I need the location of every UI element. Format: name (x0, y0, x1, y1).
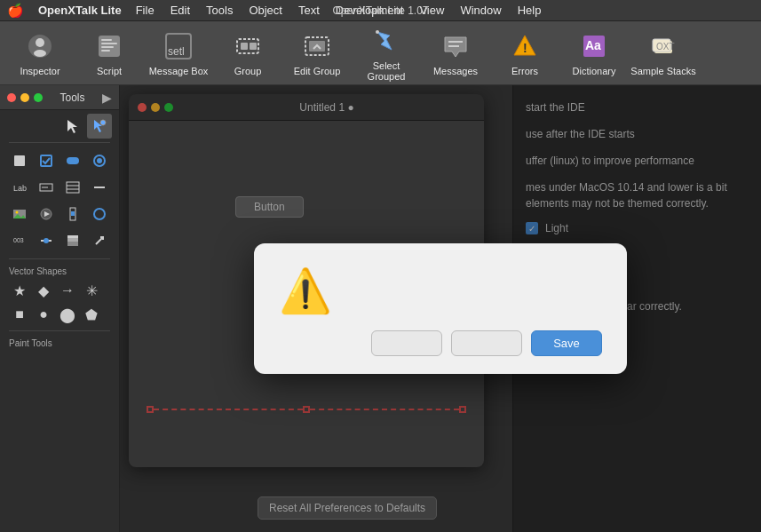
script-button[interactable]: Script (76, 25, 142, 82)
svg-rect-23 (14, 155, 25, 166)
errors-button[interactable]: ! Errors (492, 25, 558, 82)
svg-point-27 (97, 158, 102, 163)
tools-divider-2 (9, 258, 110, 259)
traffic-lights (7, 93, 43, 102)
vector-shapes-label: Vector Shapes (4, 263, 115, 278)
group-button[interactable]: Group (215, 25, 281, 82)
errors-icon: ! (509, 30, 541, 62)
warning-icon: ⚠️ (279, 270, 332, 313)
maximize-window-dot[interactable] (34, 93, 43, 102)
asterisk-shape[interactable]: ✳ (81, 280, 102, 301)
pointer-tool[interactable] (60, 114, 85, 139)
round-rect-tool[interactable] (60, 148, 85, 173)
edit-group-icon (301, 30, 333, 62)
arrow-shape[interactable]: → (57, 280, 78, 301)
field-tool[interactable] (34, 175, 59, 200)
label-tool[interactable]: Label (7, 175, 32, 200)
svg-point-43 (44, 238, 49, 243)
modal-body: ⚠️ (279, 268, 602, 313)
svg-point-15 (376, 30, 379, 34)
svg-rect-31 (67, 182, 79, 193)
edit-group-label: Edit Group (294, 66, 341, 76)
svg-rect-5 (101, 43, 117, 44)
tools-divider-3 (9, 330, 110, 331)
slider-tool[interactable] (34, 228, 59, 253)
minimize-window-dot[interactable] (20, 93, 29, 102)
arrow-tool[interactable] (87, 228, 112, 253)
graphic-tool[interactable] (87, 202, 112, 226)
svg-rect-6 (101, 46, 114, 48)
inspector-label: Inspector (20, 66, 59, 76)
messages-label: Messages (433, 66, 478, 76)
svg-rect-4 (101, 39, 112, 41)
list-tool[interactable] (60, 175, 85, 200)
tools-panel-title: Tools (59, 91, 84, 104)
modal-cancel-button-1[interactable] (371, 330, 442, 356)
edit-group-button[interactable]: Edit Group (284, 25, 350, 82)
progress-tool[interactable]: 003 (7, 228, 32, 253)
tools-panel-header: Tools ▶ (0, 85, 119, 110)
select-grouped-label: Select Grouped (353, 60, 419, 82)
group-label: Group (234, 66, 262, 76)
checkbox-tool[interactable] (34, 148, 59, 173)
diamond-shape[interactable]: ◆ (33, 280, 54, 301)
app-name[interactable]: OpenXTalk Lite (38, 4, 122, 17)
svg-text:OXT: OXT (656, 42, 675, 52)
inspector-icon (24, 30, 56, 62)
ellipse-shape[interactable]: ⬤ (57, 304, 78, 325)
image-tool[interactable] (7, 202, 32, 226)
menu-edit[interactable]: Edit (169, 4, 192, 17)
apple-menu[interactable]: 🍎 (7, 3, 24, 19)
inspector-button[interactable]: Inspector (7, 25, 73, 82)
menu-file[interactable]: File (134, 4, 156, 17)
star-shape[interactable]: ★ (9, 280, 30, 301)
svg-text:003: 003 (13, 237, 24, 243)
badge-shape[interactable]: ⬟ (81, 304, 102, 325)
vector-shapes-row: ★ ◆ → ✳ ■ ● ⬤ ⬟ (4, 278, 115, 327)
svg-text:setl: setl (168, 45, 185, 58)
tool-row-1 (4, 114, 115, 139)
modal-save-button[interactable]: Save (531, 330, 602, 356)
app-version-title: OpenXTalk Lite 1.07 (332, 4, 428, 17)
circle-shape[interactable]: ● (33, 304, 54, 325)
messages-button[interactable]: Messages (423, 25, 488, 82)
menu-tools[interactable]: Tools (204, 4, 234, 17)
select-tool[interactable] (87, 114, 112, 139)
svg-point-1 (36, 38, 44, 47)
canvas-area: Untitled 1 ● Button start the IDE use af… (120, 85, 761, 532)
tools-divider-1 (9, 142, 110, 143)
menu-object[interactable]: Object (247, 4, 284, 17)
scroll-bar-tool[interactable] (60, 202, 85, 226)
message-box-button[interactable]: setl Message Box (146, 25, 211, 82)
close-window-dot[interactable] (7, 93, 16, 102)
script-label: Script (97, 66, 122, 76)
sample-stacks-button[interactable]: OXT Sample Stacks (630, 25, 696, 82)
modal-cancel-button-2[interactable] (451, 330, 522, 356)
paint-tools-label: Paint Tools (4, 335, 115, 350)
main-area: Tools ▶ (0, 85, 761, 532)
svg-rect-46 (67, 235, 78, 238)
player-tool[interactable] (34, 202, 59, 226)
svg-point-36 (16, 211, 19, 214)
message-box-label: Message Box (149, 66, 209, 76)
messages-icon (440, 30, 472, 62)
square-shape[interactable]: ■ (9, 304, 30, 325)
menu-window[interactable]: Window (458, 4, 503, 17)
stack-tool[interactable] (60, 228, 85, 253)
rect-tool[interactable] (7, 148, 32, 173)
sample-stacks-label: Sample Stacks (630, 66, 695, 76)
group-icon (232, 30, 264, 62)
svg-rect-7 (101, 50, 110, 52)
separator-tool[interactable] (87, 175, 112, 200)
tools-expand-button[interactable]: ▶ (102, 91, 112, 105)
dictionary-button[interactable]: Aa Dictionary (561, 25, 627, 82)
tools-panel: Tools ▶ (0, 85, 120, 532)
menu-text[interactable]: Text (297, 4, 321, 17)
modal-dialog: ⚠️ Save (254, 243, 627, 374)
menu-help[interactable]: Help (516, 4, 543, 17)
svg-rect-11 (241, 43, 248, 50)
radio-tool[interactable] (87, 148, 112, 173)
svg-text:Aa: Aa (585, 38, 601, 52)
select-grouped-button[interactable]: Select Grouped (353, 25, 419, 82)
toolbar: Inspector Script setl Message Box (0, 21, 761, 85)
